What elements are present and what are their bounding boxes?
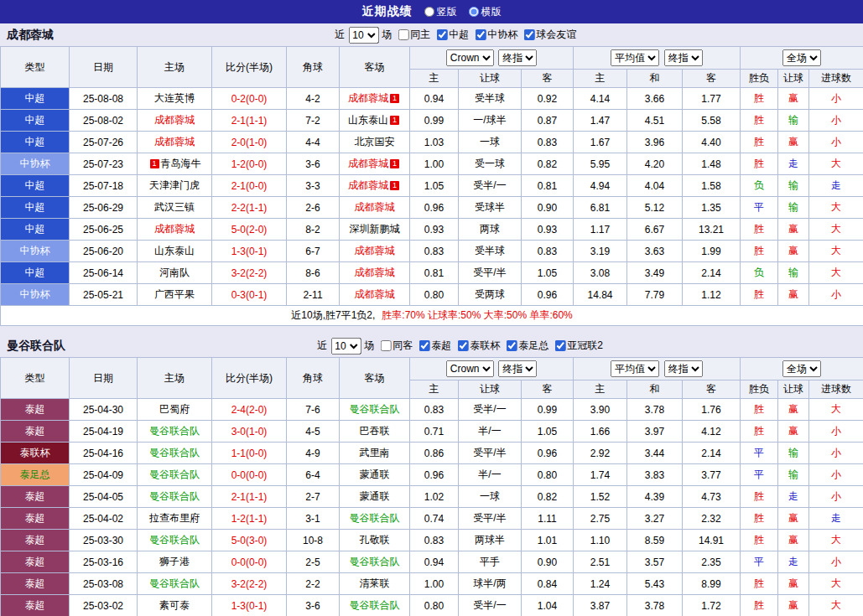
away-team[interactable]: 成都蓉城 [340, 284, 410, 306]
score[interactable]: 2-0(1-0) [212, 132, 287, 153]
away-team[interactable]: 成都蓉城1 [340, 153, 410, 175]
away-team[interactable]: 北京国安 [340, 132, 410, 153]
filter-option[interactable]: 中超 [430, 28, 469, 42]
score[interactable]: 2-2(1-1) [212, 197, 287, 219]
match-count-select[interactable]: 10 [348, 27, 378, 44]
layout-radio-horizontal[interactable] [469, 7, 479, 17]
score[interactable]: 1-3(0-1) [212, 241, 287, 262]
home-team[interactable]: 曼谷联合队 [138, 486, 212, 508]
away-team[interactable]: 曼谷联合队 [340, 399, 410, 421]
goals-result-value: 大 [809, 399, 863, 421]
score[interactable]: 1-2(0-0) [212, 153, 287, 175]
home-team[interactable]: 曼谷联合队 [138, 443, 212, 464]
away-team[interactable]: 成都蓉城 [340, 241, 410, 262]
filter-option[interactable]: 泰联杯 [451, 339, 500, 353]
final-odds-select[interactable]: 终指 [498, 49, 537, 66]
home-team[interactable]: 大连英博 [138, 88, 212, 110]
home-team[interactable]: 狮子港 [138, 551, 212, 573]
away-team[interactable]: 成都蓉城1 [340, 175, 410, 197]
filter-checkbox[interactable] [506, 340, 517, 351]
home-team[interactable]: 素可泰 [138, 595, 212, 616]
filter-option[interactable]: 同主 [392, 28, 430, 42]
filter-checkbox[interactable] [523, 29, 534, 40]
home-team[interactable]: 河南队 [138, 262, 212, 284]
home-team[interactable]: 成都蓉城 [138, 132, 212, 153]
home-team[interactable]: 1青岛海牛 [138, 153, 212, 175]
score[interactable]: 0-0(0-0) [212, 464, 287, 486]
score[interactable]: 1-1(0-0) [212, 443, 287, 464]
home-team[interactable]: 拉查布里府 [138, 508, 212, 530]
filter-checkbox[interactable] [457, 340, 468, 351]
home-team[interactable]: 曼谷联合队 [138, 573, 212, 595]
filter-checkbox[interactable] [419, 340, 429, 351]
home-team[interactable]: 曼谷联合队 [138, 464, 212, 486]
filter-option[interactable]: 同客 [374, 339, 413, 353]
filter-option[interactable]: 球会友谊 [517, 28, 576, 42]
score[interactable]: 2-1(1-1) [212, 110, 287, 132]
filter-option[interactable]: 亚冠联2 [548, 339, 603, 353]
avg-away-odds: 2.32 [683, 508, 741, 530]
scope-select[interactable]: 全场 [782, 49, 821, 66]
away-team[interactable]: 蒙通联 [340, 486, 410, 508]
average-select[interactable]: 平均值 [611, 360, 659, 377]
away-team[interactable]: 巴吞联 [340, 421, 410, 443]
score[interactable]: 0-0(0-0) [212, 551, 287, 573]
filter-checkbox[interactable] [554, 340, 565, 351]
home-team[interactable]: 曼谷联合队 [138, 530, 212, 551]
scope-select[interactable]: 全场 [782, 360, 821, 377]
home-team[interactable]: 成都蓉城 [138, 110, 212, 132]
away-team[interactable]: 成都蓉城1 [340, 88, 410, 110]
away-team[interactable]: 清莱联 [340, 573, 410, 595]
away-team[interactable]: 曼谷联合队 [340, 595, 410, 616]
layout-option-horizontal[interactable]: 横版 [469, 5, 502, 19]
filter-option[interactable]: 泰足总 [500, 339, 548, 353]
avg-away-odds: 1.76 [683, 399, 741, 421]
away-team[interactable]: 曼谷联合队 [340, 508, 410, 530]
away-team[interactable]: 成都蓉城 [340, 262, 410, 284]
filter-checkbox[interactable] [398, 29, 408, 40]
score[interactable]: 1-3(0-1) [212, 595, 287, 616]
score[interactable]: 2-1(0-0) [212, 175, 287, 197]
score[interactable]: 5-0(3-0) [212, 530, 287, 551]
home-team[interactable]: 武汉三镇 [138, 197, 212, 219]
filter-option[interactable]: 中协杯 [469, 28, 517, 42]
home-team[interactable]: 广西平果 [138, 284, 212, 306]
average-select[interactable]: 平均值 [611, 49, 659, 66]
score[interactable]: 2-1(1-1) [212, 486, 287, 508]
away-team[interactable]: 蒙通联 [340, 464, 410, 486]
filter-option[interactable]: 泰超 [413, 339, 451, 353]
layout-option-vertical[interactable]: 竖版 [424, 5, 457, 19]
score[interactable]: 0-2(0-0) [212, 88, 287, 110]
score[interactable]: 5-0(2-0) [212, 219, 287, 241]
filter-checkbox[interactable] [436, 29, 447, 40]
bookmaker-select[interactable]: Crown [446, 360, 494, 377]
score[interactable]: 2-4(2-0) [212, 399, 287, 421]
away-team[interactable]: 成都蓉城 [340, 197, 410, 219]
match-count-select[interactable]: 10 [330, 338, 361, 355]
away-team[interactable]: 山东泰山1 [340, 110, 410, 132]
away-team[interactable]: 深圳新鹏城 [340, 219, 410, 241]
home-team[interactable]: 成都蓉城 [138, 219, 212, 241]
layout-radio-vertical[interactable] [424, 7, 434, 17]
home-team[interactable]: 曼谷联合队 [138, 421, 212, 443]
final-average-select[interactable]: 终指 [664, 49, 703, 66]
home-team-name: 巴蜀府 [159, 403, 190, 415]
score[interactable]: 3-2(2-2) [212, 573, 287, 595]
away-team[interactable]: 武里南 [340, 443, 410, 464]
score[interactable]: 3-2(2-2) [212, 262, 287, 284]
away-team[interactable]: 曼谷联合队 [340, 551, 410, 573]
home-team[interactable]: 巴蜀府 [138, 399, 212, 421]
home-team[interactable]: 山东泰山 [138, 241, 212, 262]
bookmaker-select[interactable]: Crown [446, 49, 494, 66]
col-header-corners: 角球 [287, 358, 340, 399]
avg-home-odds: 3.90 [574, 399, 627, 421]
home-team[interactable]: 天津津门虎 [138, 175, 212, 197]
filter-checkbox[interactable] [380, 340, 391, 351]
away-team[interactable]: 孔敬联 [340, 530, 410, 551]
filter-checkbox[interactable] [475, 29, 486, 40]
final-odds-select[interactable]: 终指 [498, 360, 537, 377]
final-average-select[interactable]: 终指 [664, 360, 703, 377]
score[interactable]: 1-2(1-1) [212, 508, 287, 530]
score[interactable]: 0-3(0-1) [212, 284, 287, 306]
score[interactable]: 3-0(1-0) [212, 421, 287, 443]
